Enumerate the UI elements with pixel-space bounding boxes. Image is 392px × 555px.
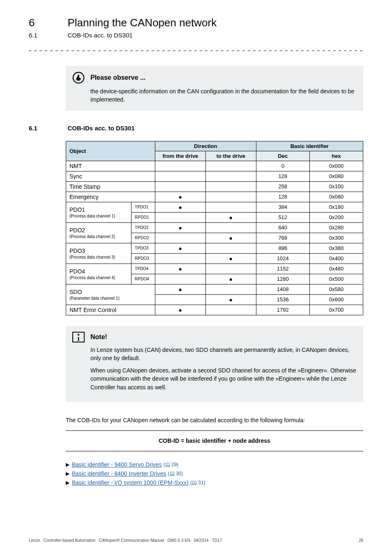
table-cell: RPDO2 bbox=[131, 233, 155, 243]
arrow-icon: ▶ bbox=[66, 462, 69, 467]
table-cell: ● bbox=[205, 274, 256, 284]
link-item: ▶Basic identifier - 9400 Servo Drives (🕮… bbox=[66, 461, 363, 468]
table-cell bbox=[205, 202, 256, 212]
th-from-drive: from the drive bbox=[155, 151, 205, 161]
table-cell: ● bbox=[205, 294, 256, 305]
table-row: Sync1280x080 bbox=[66, 171, 363, 181]
table-cell: ● bbox=[155, 284, 205, 294]
table-cell: 0x700 bbox=[309, 305, 363, 315]
cob-id-table: Object Direction Basic identifier from t… bbox=[66, 141, 363, 315]
table-cell: 1792 bbox=[256, 305, 309, 315]
arrow-icon: ▶ bbox=[66, 471, 69, 476]
table-cell: ● bbox=[205, 253, 256, 264]
link-page-ref[interactable]: (🕮 31) bbox=[190, 480, 205, 486]
note-heading: Note! bbox=[90, 333, 107, 341]
divider bbox=[29, 51, 363, 51]
info-icon: ●ı bbox=[72, 332, 85, 342]
observe-body: the device-specific information on the C… bbox=[90, 87, 357, 104]
th-to-drive: to the drive bbox=[205, 151, 256, 161]
table-cell: NMT bbox=[66, 161, 155, 171]
link-page-ref[interactable]: (🕮 30) bbox=[168, 471, 183, 476]
table-cell bbox=[155, 294, 205, 305]
link-text[interactable]: Basic identifier - 8400 Inverter Drives bbox=[72, 470, 166, 477]
table-cell: Sync bbox=[66, 171, 155, 181]
table-cell: 0x580 bbox=[309, 284, 363, 294]
table-cell: RPDO3 bbox=[131, 253, 155, 264]
table-cell: 0x200 bbox=[309, 212, 363, 222]
section-number: 6.1 bbox=[29, 32, 66, 39]
table-cell: ● bbox=[155, 305, 205, 315]
table-cell bbox=[205, 284, 256, 294]
table-cell: 0x300 bbox=[309, 233, 363, 243]
table-cell: 0x380 bbox=[309, 243, 363, 253]
table-cell: ● bbox=[155, 192, 205, 202]
th-object: Object bbox=[66, 141, 155, 161]
table-cell: 0x180 bbox=[309, 202, 363, 212]
link-text[interactable]: Basic identifier - 9400 Servo Drives bbox=[72, 461, 162, 468]
th-hex: hex bbox=[309, 151, 363, 161]
table-cell: 1536 bbox=[256, 294, 309, 305]
table-cell bbox=[205, 192, 256, 202]
table-cell bbox=[155, 253, 205, 264]
table-cell: 1024 bbox=[256, 253, 309, 264]
observe-box: Please observe ... the device-specific i… bbox=[66, 66, 363, 111]
note-p2: When using CANopen devices, activate a s… bbox=[90, 366, 357, 391]
th-dec: Dec bbox=[256, 151, 309, 161]
page-heading: 6 Planning the CANopen network bbox=[29, 16, 363, 29]
page-footer: Lenze · Controller-based Automation · CA… bbox=[29, 538, 363, 543]
table-cell: 896 bbox=[256, 243, 309, 253]
table-cell: 128 bbox=[256, 171, 309, 181]
table-cell: Time Stamp bbox=[66, 181, 155, 192]
table-cell: 1408 bbox=[256, 284, 309, 294]
link-item: ▶Basic identifier - I/O system 1000 (EPM… bbox=[66, 479, 363, 486]
table-row: Emergency●1280x080 bbox=[66, 192, 363, 202]
table-cell: ● bbox=[155, 202, 205, 212]
table-cell: 256 bbox=[256, 181, 309, 192]
table-cell bbox=[205, 243, 256, 253]
table-cell bbox=[205, 161, 256, 171]
table-cell: 0x100 bbox=[309, 181, 363, 192]
section-heading: 6.1 COB-IDs acc. to DS301 bbox=[29, 125, 363, 132]
table-cell: 0x080 bbox=[309, 171, 363, 181]
table-cell bbox=[155, 212, 205, 222]
observe-heading: Please observe ... bbox=[90, 74, 145, 81]
table-cell: ● bbox=[155, 222, 205, 233]
link-item: ▶Basic identifier - 8400 Inverter Drives… bbox=[66, 470, 363, 477]
table-cell: 128 bbox=[256, 192, 309, 202]
table-row: NMT Error Control●17920x700 bbox=[66, 305, 363, 315]
table-cell: Emergency bbox=[66, 192, 155, 202]
hand-point-icon bbox=[72, 72, 85, 84]
footer-left: Lenze · Controller-based Automation · CA… bbox=[29, 538, 222, 543]
table-cell bbox=[205, 264, 256, 274]
table-cell: TPDO1 bbox=[131, 202, 155, 212]
link-page-ref[interactable]: (🕮 29) bbox=[164, 462, 179, 467]
table-cell: RPDO4 bbox=[131, 274, 155, 284]
table-cell: 1152 bbox=[256, 264, 309, 274]
table-cell: RPDO1 bbox=[131, 212, 155, 222]
arrow-icon: ▶ bbox=[66, 480, 69, 486]
section-heading-title: COB-IDs acc. to DS301 bbox=[67, 125, 134, 132]
table-cell: 768 bbox=[256, 233, 309, 243]
table-row: SDO(Parameter data channel 1)●14080x580 bbox=[66, 284, 363, 294]
link-text[interactable]: Basic identifier - I/O system 1000 (EPM-… bbox=[72, 479, 189, 486]
table-row: PDO2(Process data channel 2)TPDO2●6400x2… bbox=[66, 222, 363, 233]
table-cell: NMT Error Control bbox=[66, 305, 155, 315]
chapter-number: 6 bbox=[29, 16, 66, 29]
table-cell bbox=[205, 171, 256, 181]
table-cell bbox=[155, 181, 205, 192]
table-cell: ● bbox=[205, 212, 256, 222]
section-subheading: 6.1 COB-IDs acc. to DS301 bbox=[29, 32, 363, 39]
table-cell: 0x280 bbox=[309, 222, 363, 233]
formula-intro: The COB-IDs for your CANopen network can… bbox=[66, 416, 363, 425]
table-cell: TPDO3 bbox=[131, 243, 155, 253]
table-cell: PDO4(Process data channel 4) bbox=[66, 264, 131, 284]
th-basic-identifier: Basic identifier bbox=[256, 141, 363, 151]
table-cell bbox=[155, 171, 205, 181]
table-cell: PDO2(Process data channel 2) bbox=[66, 222, 131, 243]
table-cell bbox=[155, 161, 205, 171]
table-cell: PDO3(Process data channel 3) bbox=[66, 243, 131, 264]
note-box: ●ı Note! In Lenze system bus (CAN) devic… bbox=[66, 326, 363, 402]
table-cell: ● bbox=[155, 243, 205, 253]
table-cell: 640 bbox=[256, 222, 309, 233]
table-row: PDO1(Process data channel 1)TPDO1●3840x1… bbox=[66, 202, 363, 212]
